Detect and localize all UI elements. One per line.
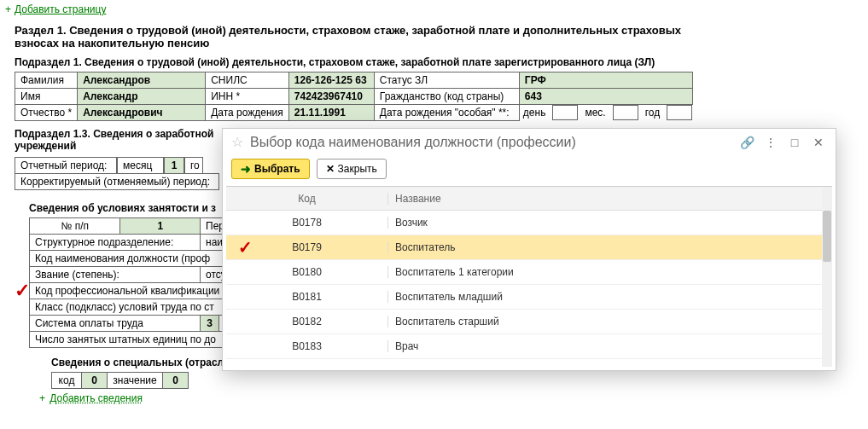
close-x-icon: ✕ (326, 163, 335, 175)
inn-value[interactable]: 742423967410 (288, 89, 374, 105)
row-code: В0180 (226, 266, 388, 278)
birth-value[interactable]: 21.11.1991 (288, 105, 374, 121)
row-code: В0183 (226, 340, 388, 352)
struct-label: Структурное подразделение: (30, 235, 201, 251)
citizenship-label: Гражданство (код страны) (374, 89, 519, 105)
report-year-label: го (184, 157, 203, 174)
job-code-picker-dialog: ☆ Выбор кода наименования должности (про… (222, 128, 836, 371)
grf-label: ГРФ (519, 72, 692, 89)
year-label: год (642, 105, 664, 120)
birth-label: Дата рождения (206, 105, 289, 121)
row-code: В0182 (226, 316, 388, 328)
special-code-label: код (52, 373, 82, 389)
row-code: В0181 (226, 291, 388, 303)
surname-value[interactable]: Александров (78, 72, 206, 89)
select-button-label: Выбрать (254, 163, 300, 175)
row-name: Воспитатель 1 категории (388, 266, 822, 278)
favorite-star-icon[interactable]: ☆ (231, 134, 243, 150)
inn-label: ИНН * (206, 89, 289, 105)
close-button-label: Закрыть (338, 163, 377, 175)
snils-value[interactable]: 126-126-125 63 (288, 72, 374, 89)
special-value-value[interactable]: 0 (163, 373, 189, 389)
row-name: Воспитатель (388, 241, 822, 253)
npp-value[interactable]: 1 (120, 218, 201, 235)
special-code-value[interactable]: 0 (82, 373, 108, 389)
subsection13-title: Подраздел 1.3. Сведения о заработной учр… (15, 128, 219, 152)
dialog-title: Выбор кода наименования должности (профе… (250, 135, 731, 150)
close-icon[interactable]: ✕ (810, 136, 827, 149)
report-month-value[interactable]: 1 (164, 157, 184, 174)
plus-icon: + (5, 3, 11, 15)
link-icon[interactable]: 🔗 (738, 136, 755, 149)
citizenship-value[interactable]: 643 (519, 89, 692, 105)
add-page-link[interactable]: Добавить страницу (15, 3, 106, 15)
close-button[interactable]: ✕ Закрыть (317, 159, 387, 179)
row-name: Врач (388, 340, 822, 352)
patronymic-label: Отчество * (15, 105, 78, 121)
job-codes-grid: Код Название В0178Возчик✓В0179Воспитател… (226, 186, 832, 367)
col-name-header[interactable]: Название (388, 193, 832, 205)
more-icon[interactable]: ⋮ (762, 136, 779, 149)
snils-label: СНИЛС (206, 72, 289, 89)
row-code: В0178 (226, 217, 388, 229)
special-birth-label: Дата рождения "особая" **: (374, 105, 519, 121)
report-month-label: месяц (117, 157, 164, 174)
day-label: день (520, 105, 550, 120)
col-code-header[interactable]: Код (226, 193, 388, 205)
person-table: Фамилия Александров СНИЛС 126-126-125 63… (15, 72, 693, 121)
add-info-link[interactable]: Добавить сведения (50, 392, 143, 404)
row-name: Воспитатель старший (388, 316, 822, 328)
selected-check-icon: ✓ (238, 237, 253, 258)
name-value[interactable]: Александр (78, 89, 206, 105)
table-row[interactable]: В0181Воспитатель младший (226, 285, 822, 310)
rank-label: Звание (степень): (30, 267, 201, 283)
day-input[interactable] (552, 105, 578, 120)
row-name: Воспитатель младший (388, 291, 822, 303)
table-row[interactable]: ✓В0179Воспитатель (226, 235, 822, 260)
month-label: мес. (581, 105, 609, 120)
plus-icon: + (39, 392, 45, 404)
grid-scrollbar[interactable] (822, 187, 832, 367)
maximize-icon[interactable]: □ (786, 136, 803, 149)
corr-period-label: Корректируемый (отменяемый) период: (15, 173, 219, 190)
pay-label: Система оплаты труда (30, 316, 201, 332)
special-value-label: значение (108, 373, 163, 389)
status-label: Статус ЗЛ (374, 72, 519, 89)
subsection1-title: Подраздел 1. Сведения о трудовой (иной) … (15, 56, 868, 68)
npp-label: № п/п (30, 218, 120, 235)
select-arrow-icon: ➜ (241, 162, 251, 176)
special-table: код 0 значение 0 (51, 372, 189, 389)
select-button[interactable]: ➜ Выбрать (231, 159, 310, 179)
report-period-label: Отчетный период: (15, 157, 117, 174)
table-row[interactable]: В0178Возчик (226, 211, 822, 235)
section1-title: Раздел 1. Сведения о трудовой (иной) дея… (15, 24, 697, 49)
month-input[interactable] (613, 105, 638, 120)
table-row[interactable]: В0180Воспитатель 1 категории (226, 260, 822, 285)
row-name: Возчик (388, 217, 822, 229)
surname-label: Фамилия (15, 72, 78, 89)
name-label: Имя (15, 89, 78, 105)
patronymic-value[interactable]: Александрович (78, 105, 206, 121)
table-row[interactable]: В0182Воспитатель старший (226, 310, 822, 334)
pay-value[interactable]: 3 (201, 316, 219, 331)
year-input[interactable] (667, 105, 692, 120)
red-check-icon: ✓ (15, 280, 30, 302)
table-row[interactable]: В0183Врач (226, 334, 822, 359)
scrollbar-thumb[interactable] (823, 211, 831, 262)
